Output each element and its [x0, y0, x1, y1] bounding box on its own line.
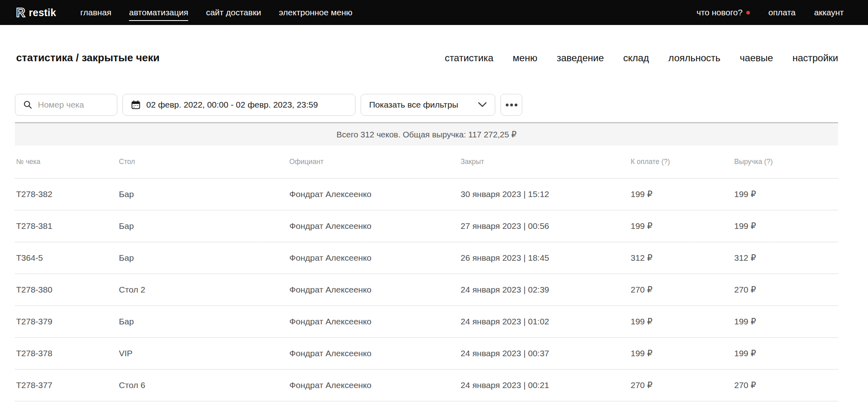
table-cell: 24 января 2023 | 00:37 [459, 349, 629, 358]
table-cell: 24 января 2023 | 02:39 [459, 285, 629, 295]
table-cell: 199 ₽ [733, 221, 838, 231]
section-nav-loyalty[interactable]: лояльность [669, 52, 721, 64]
column-header-to-pay: К оплате (?) [629, 158, 733, 166]
table-row[interactable]: Т278-378VIPФондрат Алексеенко24 января 2… [15, 338, 838, 370]
show-all-filters-label: Показать все фильтры [369, 100, 458, 110]
top-nav-automation[interactable]: автоматизация [129, 8, 188, 21]
table-row[interactable]: Т278-382БарФондрат Алексеенко30 января 2… [15, 179, 838, 210]
table-cell: Бар [118, 221, 288, 231]
header-row: статистика / закрытые чеки статистика ме… [15, 52, 838, 64]
column-header-closed: Закрыт [459, 158, 629, 166]
table-cell: 24 января 2023 | 00:21 [459, 380, 629, 390]
section-nav: статистика меню заведение склад лояльнос… [445, 52, 838, 64]
breadcrumb: статистика / закрытые чеки [15, 52, 160, 64]
table-cell: Фондрат Алексеенко [288, 189, 459, 199]
table-cell: 24 января 2023 | 01:02 [459, 317, 629, 326]
top-bar-right: что нового? оплата аккаунт [696, 8, 844, 17]
table-cell: Фондрат Алексеенко [288, 253, 459, 263]
account-link[interactable]: аккаунт [814, 8, 844, 17]
page-content: статистика / закрытые чеки статистика ме… [0, 52, 868, 401]
section-nav-statistics[interactable]: статистика [445, 52, 494, 64]
search-input[interactable] [38, 100, 109, 110]
restik-logo-label: restik [29, 7, 56, 19]
table-header: № чека Стол Официант Закрыт К оплате (?)… [15, 145, 838, 179]
table-cell: Т278-380 [15, 285, 118, 295]
table-cell: Бар [118, 317, 288, 326]
column-header-table: Стол [118, 158, 288, 166]
date-range-picker[interactable]: 02 февр. 2022, 00:00 - 02 февр. 2023, 23… [123, 94, 355, 116]
table-cell: 199 ₽ [733, 349, 838, 358]
table-cell: 30 января 2023 | 15:12 [459, 189, 629, 199]
column-header-waiter: Официант [288, 158, 459, 166]
whats-new-label: что нового? [696, 8, 742, 17]
table-cell: 312 ₽ [629, 253, 733, 263]
table-cell: 270 ₽ [629, 285, 733, 295]
top-nav-emenu[interactable]: электронное меню [279, 8, 352, 17]
chevron-down-icon [478, 102, 487, 108]
table-cell: Стол 2 [118, 285, 288, 295]
search-icon [23, 100, 32, 109]
more-filters-button[interactable] [500, 94, 522, 116]
calendar-icon [131, 100, 141, 110]
check-number-search[interactable] [15, 94, 117, 116]
table-cell: 199 ₽ [629, 221, 733, 231]
filters-row: 02 февр. 2022, 00:00 - 02 февр. 2023, 23… [15, 94, 838, 116]
top-nav-main[interactable]: главная [80, 8, 111, 17]
table-cell: 199 ₽ [629, 189, 733, 199]
table-cell: Т364-5 [15, 253, 118, 263]
table-cell: 27 января 2023 | 00:56 [459, 221, 629, 231]
restik-logo-icon: R [16, 6, 25, 19]
section-nav-menu[interactable]: меню [513, 52, 537, 64]
top-bar: R restik главная автоматизация сайт дост… [0, 0, 868, 25]
top-nav-delivery-site[interactable]: сайт доставки [206, 8, 261, 17]
section-nav-venue[interactable]: заведение [557, 52, 604, 64]
table-cell: Бар [118, 189, 288, 199]
table-row[interactable]: Т278-377Стол 6Фондрат Алексеенко24 январ… [15, 370, 838, 401]
table-cell: Т278-377 [15, 380, 118, 390]
column-header-revenue: Выручка (?) [733, 158, 838, 166]
table-row[interactable]: Т278-380Стол 2Фондрат Алексеенко24 январ… [15, 274, 838, 306]
table-cell: VIP [118, 349, 288, 358]
table-cell: Фондрат Алексеенко [288, 221, 459, 231]
payment-link[interactable]: оплата [768, 8, 796, 17]
table-cell: 199 ₽ [629, 349, 733, 358]
table-cell: Стол 6 [118, 380, 288, 390]
show-all-filters-button[interactable]: Показать все фильтры [361, 94, 495, 116]
ellipsis-icon [506, 104, 517, 106]
notification-dot [746, 11, 750, 15]
section-nav-settings[interactable]: настройки [792, 52, 838, 64]
summary-text: Всего 312 чеков. Общая выручка: 117 272,… [336, 130, 517, 139]
table-row[interactable]: Т364-5БарФондрат Алексеенко26 января 202… [15, 242, 838, 274]
table-body: Т278-382БарФондрат Алексеенко30 января 2… [15, 179, 838, 401]
table-cell: Бар [118, 253, 288, 263]
date-range-value: 02 февр. 2022, 00:00 - 02 февр. 2023, 23… [146, 100, 318, 110]
column-header-check-number: № чека [15, 158, 118, 166]
section-nav-tips[interactable]: чаевые [740, 52, 773, 64]
table-cell: 270 ₽ [629, 380, 733, 390]
table-cell: Фондрат Алексеенко [288, 380, 459, 390]
table-cell: 26 января 2023 | 18:45 [459, 253, 629, 263]
top-nav: главная автоматизация сайт доставки элек… [80, 8, 352, 17]
table-cell: 270 ₽ [733, 380, 838, 390]
section-nav-warehouse[interactable]: склад [623, 52, 649, 64]
table-cell: Т278-382 [15, 189, 118, 199]
table-row[interactable]: Т278-379БарФондрат Алексеенко24 января 2… [15, 306, 838, 338]
table-cell: Т278-379 [15, 317, 118, 326]
summary-bar: Всего 312 чеков. Общая выручка: 117 272,… [15, 122, 838, 145]
table-cell: Т278-378 [15, 349, 118, 358]
restik-logo[interactable]: R restik [16, 6, 56, 19]
table-row[interactable]: Т278-381БарФондрат Алексеенко27 января 2… [15, 210, 838, 242]
table-cell: 312 ₽ [733, 253, 838, 263]
table-cell: Т278-381 [15, 221, 118, 231]
table-cell: 199 ₽ [733, 317, 838, 326]
table-cell: Фондрат Алексеенко [288, 317, 459, 326]
table-cell: Фондрат Алексеенко [288, 349, 459, 358]
table-cell: Фондрат Алексеенко [288, 285, 459, 295]
table-cell: 270 ₽ [733, 285, 838, 295]
table-cell: 199 ₽ [733, 189, 838, 199]
table-cell: 199 ₽ [629, 317, 733, 326]
whats-new-link[interactable]: что нового? [696, 8, 750, 17]
